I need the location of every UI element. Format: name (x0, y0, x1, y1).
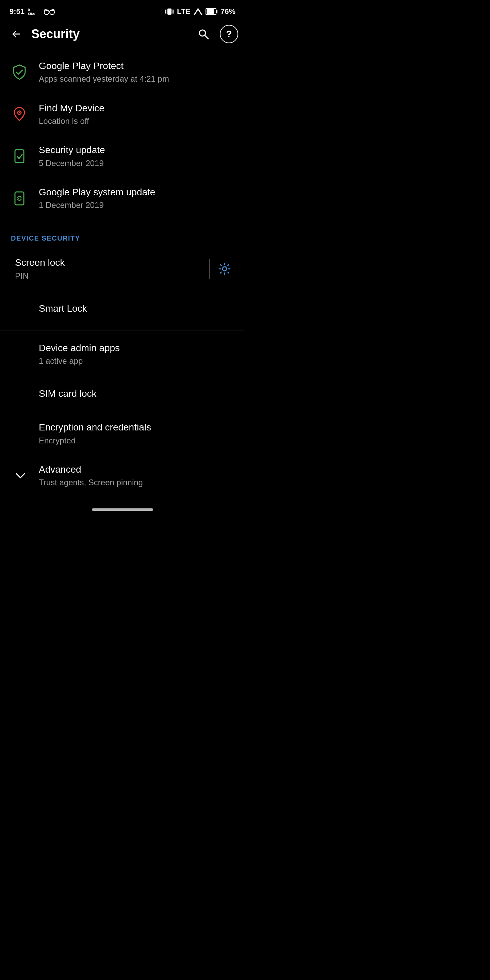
device-admin-apps-title: Device admin apps (39, 342, 234, 354)
phone-check-icon (11, 148, 35, 165)
page-title: Security (26, 27, 194, 41)
google-play-system-update-title: Google Play system update (39, 186, 234, 198)
home-bar (92, 508, 153, 511)
encryption-credentials-item[interactable]: Encryption and credentials Encrypted (0, 412, 245, 455)
svg-rect-19 (15, 192, 24, 205)
screen-lock-separator (209, 259, 210, 279)
smart-lock-text: Smart Lock (11, 302, 234, 315)
shield-check-icon (11, 64, 35, 81)
divider-1 (0, 222, 245, 222)
screen-lock-subtitle: PIN (15, 270, 204, 281)
sim-card-lock-title: SIM card lock (39, 388, 234, 400)
security-update-subtitle: 5 December 2019 (39, 158, 234, 169)
advanced-title: Advanced (39, 463, 234, 476)
svg-rect-18 (15, 150, 24, 163)
screen-lock-title: Screen lock (15, 256, 204, 269)
svg-line-15 (205, 35, 208, 39)
sim-card-lock-text: SIM card lock (11, 388, 234, 400)
svg-rect-6 (167, 8, 172, 14)
svg-point-17 (19, 112, 20, 113)
home-indicator (0, 500, 245, 517)
status-bar: 9:51 0 KB/s (0, 0, 245, 21)
google-play-protect-text: Google Play Protect Apps scanned yesterd… (35, 60, 234, 84)
phone-refresh-icon (11, 190, 35, 207)
google-play-protect-item[interactable]: Google Play Protect Apps scanned yesterd… (0, 51, 245, 93)
top-actions: ? (194, 24, 238, 43)
svg-rect-4 (46, 10, 48, 11)
battery-icon (205, 8, 218, 16)
signal-icon (193, 7, 203, 16)
find-my-device-item[interactable]: Find My Device Location is off (0, 93, 245, 135)
search-button[interactable] (194, 24, 213, 43)
sim-card-lock-item[interactable]: SIM card lock (0, 375, 245, 412)
back-button[interactable] (7, 24, 26, 43)
google-play-system-update-text: Google Play system update 1 December 201… (35, 186, 234, 211)
network-speed-icon: 0 KB/s (28, 7, 40, 16)
svg-rect-12 (216, 10, 218, 13)
find-my-device-text: Find My Device Location is off (35, 102, 234, 127)
advanced-item[interactable]: Advanced Trust agents, Screen pinning (0, 455, 245, 497)
location-pin-icon (11, 105, 35, 123)
device-security-header: DEVICE SECURITY (0, 225, 245, 248)
find-my-device-title: Find My Device (39, 102, 234, 115)
security-update-text: Security update 5 December 2019 (35, 144, 234, 169)
svg-text:KB/s: KB/s (28, 12, 35, 15)
help-icon: ? (226, 29, 232, 40)
svg-text:0: 0 (28, 8, 30, 12)
google-play-protect-subtitle: Apps scanned yesterday at 4:21 pm (39, 73, 234, 84)
help-button[interactable]: ? (220, 25, 238, 43)
chevron-down-icon (11, 469, 30, 482)
status-time: 9:51 (10, 7, 24, 16)
google-play-system-update-item[interactable]: Google Play system update 1 December 201… (0, 177, 245, 220)
divider-2 (0, 330, 245, 331)
svg-rect-13 (207, 9, 214, 14)
find-my-device-subtitle: Location is off (39, 116, 234, 126)
advanced-text: Advanced Trust agents, Screen pinning (30, 463, 234, 488)
google-play-system-update-subtitle: 1 December 2019 (39, 200, 234, 210)
screen-lock-item[interactable]: Screen lock PIN (0, 248, 245, 290)
svg-point-20 (223, 267, 227, 271)
svg-rect-5 (51, 10, 53, 11)
device-security-label: DEVICE SECURITY (11, 234, 80, 242)
screen-lock-text: Screen lock PIN (11, 256, 204, 281)
screen-lock-settings-button[interactable] (215, 259, 234, 278)
encryption-credentials-title: Encryption and credentials (39, 421, 234, 434)
incognito-icon (43, 7, 55, 16)
battery-percent: 76% (221, 7, 235, 16)
security-update-title: Security update (39, 144, 234, 156)
advanced-subtitle: Trust agents, Screen pinning (39, 477, 234, 488)
svg-rect-7 (165, 10, 166, 14)
device-admin-apps-item[interactable]: Device admin apps 1 active app (0, 333, 245, 375)
smart-lock-item[interactable]: Smart Lock (0, 290, 245, 327)
settings-list: Google Play Protect Apps scanned yesterd… (0, 48, 245, 500)
encryption-credentials-subtitle: Encrypted (39, 435, 234, 446)
top-bar: Security ? (0, 21, 245, 48)
google-play-protect-title: Google Play Protect (39, 60, 234, 72)
device-admin-apps-subtitle: 1 active app (39, 356, 234, 366)
network-type-label: LTE (177, 7, 191, 16)
smart-lock-title: Smart Lock (39, 302, 234, 315)
svg-rect-8 (172, 10, 173, 14)
device-admin-apps-text: Device admin apps 1 active app (11, 342, 234, 366)
encryption-credentials-text: Encryption and credentials Encrypted (11, 421, 234, 446)
security-update-item[interactable]: Security update 5 December 2019 (0, 135, 245, 177)
vibration-icon (165, 7, 174, 16)
